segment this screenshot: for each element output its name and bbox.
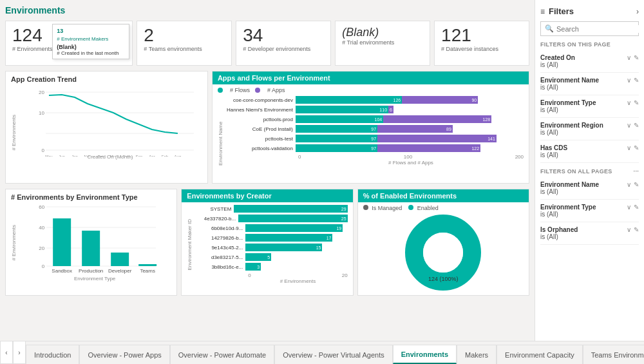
filters-expand-button[interactable]: ›	[636, 7, 639, 16]
filter-env-region: Environment Region ∨ ✎ is (All)	[540, 118, 639, 140]
tab-introduction[interactable]: Introduction	[26, 345, 79, 364]
filters-title-text: Filters	[549, 6, 574, 16]
creator-axis: 0 20	[248, 273, 347, 278]
pct-enabled-legend-item: Enabled	[408, 205, 439, 211]
creator-tick-20: 20	[342, 273, 348, 278]
filter-edit-icon-5[interactable]: ✎	[634, 144, 639, 151]
filter-chevron-icon[interactable]: ∨	[627, 54, 631, 61]
kpi-number-dataverse: 121	[441, 26, 522, 44]
filter-created-on: Created On ∨ ✎ is (All)	[540, 50, 639, 73]
env-by-creator-title: Environments by Creator	[182, 189, 352, 202]
page-title: Environments	[5, 5, 529, 15]
hbar-apps-2: 128	[383, 115, 491, 123]
kpi-card-dataverse: 121 # Dataverse instances	[434, 21, 529, 66]
filter-has-cds-icons: ∨ ✎	[627, 144, 639, 151]
svg-text:Production: Production	[79, 268, 103, 274]
app-creation-trend-title: App Creation Trend	[11, 75, 202, 83]
filter-created-on-icons: ∨ ✎	[627, 54, 639, 61]
svg-text:10: 10	[39, 110, 44, 116]
apps-flows-title: Apps and Flows per Environment	[213, 72, 529, 84]
kpi-number-teams: 2	[144, 26, 225, 44]
svg-text:60: 60	[39, 204, 44, 210]
filters-panel: ≡ Filters › 🔍 Filters on this page Creat…	[535, 0, 644, 341]
tab-next-button[interactable]: ›	[13, 341, 26, 364]
env-type-svg: 60 40 20 0	[18, 204, 171, 274]
hbar-tick-100: 100	[404, 154, 412, 160]
filter-created-on-name: Created On	[540, 54, 575, 61]
filter-chevron-icon-6[interactable]: ∨	[627, 181, 631, 188]
filter-chevron-icon-2[interactable]: ∨	[627, 77, 631, 84]
hbar-label-0: coe-core-components-dev	[225, 97, 296, 103]
all-filters-more[interactable]: ···	[634, 168, 639, 175]
filter-env-name-value: is (All)	[540, 84, 639, 91]
hbar-container-2: 104 128	[296, 115, 524, 123]
filter-created-on-header: Created On ∨ ✎	[540, 54, 639, 61]
filter-is-orphaned-label: Is Orphaned	[540, 226, 578, 233]
kpi-label-teams: # Teams environments	[144, 46, 225, 52]
search-box[interactable]: 🔍	[540, 21, 639, 36]
filter-env-type: Environment Type ∨ ✎ is (All)	[540, 95, 639, 118]
tooltip-line1-label: # Environment Makers	[57, 35, 125, 43]
tab-environments[interactable]: Environments	[393, 345, 457, 364]
tooltip-line1: 13	[57, 27, 125, 35]
tab-overview-power-virtual-agents[interactable]: Overview - Power Virtual Agents	[274, 345, 393, 364]
env-by-type-x-label: Environment Type	[18, 276, 171, 282]
creator-bar-1: 25	[238, 215, 348, 222]
bottom-row: # Environments by Environment Type # Env…	[5, 189, 529, 296]
kpi-label-dataverse: # Dataverse instances	[441, 46, 522, 52]
kpi-card-environments: 124 # Environments 13 # Environment Make…	[5, 21, 133, 66]
tab-overview-power-apps[interactable]: Overview - Power Apps	[79, 345, 169, 364]
pct-enabled-card: % of Enabled Environments Is Managed Ena…	[357, 189, 529, 296]
tab-makers[interactable]: Makers	[457, 345, 497, 364]
hbar-container-1: 110 6	[296, 106, 524, 113]
filter-has-cds-value: is (All)	[540, 151, 639, 158]
bottom-tabs: ‹ › Introduction Overview - Power Apps O…	[0, 341, 644, 364]
svg-text:20: 20	[39, 245, 44, 251]
hbar-apps-3: 89	[377, 125, 453, 133]
pct-enabled-legend: Is Managed Enabled	[363, 205, 524, 211]
hbar-flows-4: 97	[296, 135, 377, 142]
filter-all-env-name: Environment Name ∨ ✎ is (All)	[540, 177, 639, 200]
filter-edit-icon-7[interactable]: ✎	[634, 204, 639, 211]
filter-chevron-icon-4[interactable]: ∨	[627, 122, 631, 129]
filter-all-env-name-header: Environment Name ∨ ✎	[540, 181, 639, 188]
search-input[interactable]	[556, 25, 644, 33]
hbar-row-2: pcttools-prod 104 128	[225, 115, 524, 123]
filter-env-name: Environment Name ∨ ✎ is (All)	[540, 73, 639, 95]
filter-edit-icon-6[interactable]: ✎	[634, 181, 639, 188]
filter-chevron-icon-8[interactable]: ∨	[627, 226, 631, 233]
apps-legend-dot	[255, 88, 260, 93]
filter-edit-icon-8[interactable]: ✎	[634, 226, 639, 233]
pct-managed-legend: Is Managed	[363, 205, 402, 211]
filter-is-orphaned: Is Orphaned ∨ ✎ is (All)	[540, 222, 639, 245]
filter-env-type-icons: ∨ ✎	[627, 99, 639, 106]
svg-rect-38	[82, 231, 100, 266]
filter-chevron-icon-5[interactable]: ∨	[627, 144, 631, 151]
filter-env-type-value: is (All)	[540, 106, 639, 113]
flows-apps-x-label: # Flows and # Apps	[298, 160, 524, 166]
filter-env-region-label: Environment Region	[540, 122, 603, 129]
creator-bar-0: 29	[234, 205, 347, 213]
filter-env-type-header: Environment Type ∨ ✎	[540, 99, 639, 106]
hbar-label-2: pcttools-prod	[225, 117, 296, 122]
creator-row-0: SYSTEM 29	[194, 205, 347, 213]
hbar-container-4: 97 141	[296, 135, 524, 142]
filter-edit-icon-4[interactable]: ✎	[634, 122, 639, 129]
filter-env-region-value: is (All)	[540, 129, 639, 136]
creator-row-1: 4e337820-b... 25	[194, 215, 347, 222]
hbar-tick-200: 200	[515, 154, 524, 160]
filter-edit-icon-3[interactable]: ✎	[634, 99, 639, 106]
filter-edit-icon-2[interactable]: ✎	[634, 77, 639, 84]
filter-chevron-icon-3[interactable]: ∨	[627, 99, 631, 106]
tab-prev-button[interactable]: ‹	[0, 341, 13, 364]
tab-teams-environments[interactable]: Teams Environments	[583, 345, 644, 364]
filter-all-env-type-header: Environment Type ∨ ✎	[540, 204, 639, 211]
creator-row-2: 6b08e10d-9... 19	[194, 224, 347, 232]
apps-flows-legend: # Flows # Apps	[218, 87, 524, 93]
tab-environment-capacity[interactable]: Environment Capacity	[497, 345, 583, 364]
filter-edit-icon[interactable]: ✎	[634, 54, 639, 61]
kpi-label-developer: # Developer environments	[243, 46, 324, 52]
filter-chevron-icon-7[interactable]: ∨	[627, 204, 631, 211]
tab-overview-power-automate[interactable]: Overview - Power Automate	[170, 345, 274, 364]
enabled-label: Enabled	[417, 205, 439, 211]
